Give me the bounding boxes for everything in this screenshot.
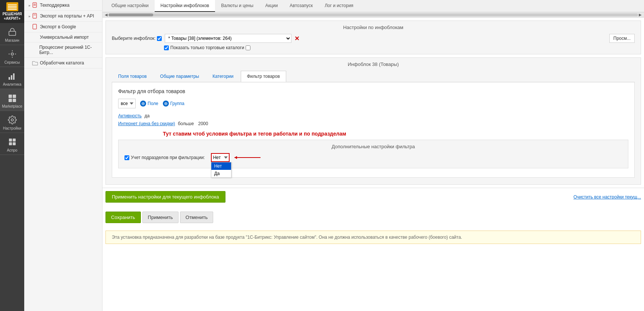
sidebar-logo[interactable]: РЕШЕНИЯ «АКРИТ» (0, 0, 24, 23)
tab-log[interactable]: Лог и история (319, 0, 359, 12)
nav-item-catalog-handler[interactable]: ▸ Обработчик каталога (24, 58, 102, 69)
svg-rect-12 (9, 142, 12, 145)
condition-field-1[interactable]: Интернет (цена без скидки) (118, 121, 175, 126)
sidebar-item-aspro[interactable]: Аспро (0, 133, 24, 155)
nav-label-export-portals: Экспорт на порталы + API (40, 13, 94, 19)
sub-tab-general-params[interactable]: Общие параметры (154, 71, 206, 82)
doc-icon-techsupport (32, 2, 38, 8)
tab-actions[interactable]: Акции (259, 0, 284, 12)
infoblock-dropdown[interactable]: * Товары [38] (элементов: 264) (165, 34, 291, 43)
svg-point-9 (11, 119, 13, 121)
tab-autolaunch[interactable]: Автозапуск (284, 0, 319, 12)
sidebar-item-servisy[interactable]: Сервисы (0, 45, 24, 67)
tab-infoblock-settings[interactable]: Настройки инфоблоков (155, 0, 215, 12)
svg-rect-11 (13, 139, 16, 142)
settings-by-infoblocks-title: Настройки по инфоблокам (112, 25, 635, 30)
infoblock-section: Инфоблок 38 (Товары) Поля товаров Общие … (105, 57, 641, 185)
scroll-right-arrow[interactable]: ▶ (638, 13, 643, 17)
notice-bar: Эта установка предназначена для разработ… (105, 231, 641, 244)
save-button[interactable]: Сохранить (105, 212, 141, 223)
filter-condition-0: Активность да (118, 113, 628, 118)
prosm-button[interactable]: Просм... (609, 34, 635, 43)
svg-rect-3 (11, 75, 12, 80)
sidebar-item-analitika[interactable]: Аналитика (0, 67, 24, 89)
apply-button[interactable]: Применить (142, 212, 179, 223)
sidebar-label-magazine: Магазин (5, 38, 19, 42)
red-arrow-container: Нет Нет Да (211, 153, 262, 162)
svg-point-1 (11, 53, 13, 55)
add-group-button[interactable]: ⊕ Группа (163, 101, 184, 107)
svg-marker-21 (234, 156, 237, 159)
infoblock-section-title: Инфоблок 38 (Товары) (112, 61, 635, 67)
settings-icon (7, 115, 18, 125)
logo-icon (6, 2, 18, 11)
doc-icon-export-google (32, 24, 38, 30)
nav-label-universal-import: Универсальный импорт (40, 35, 89, 40)
sidebar-label-servisy: Сервисы (4, 60, 20, 64)
horizontal-scrollbar[interactable]: ◀ ▶ (102, 12, 644, 18)
red-arrow-indicator (233, 154, 262, 161)
svg-rect-10 (9, 139, 12, 142)
nav-item-universal-import[interactable]: ▸ Универсальный импорт (24, 32, 102, 42)
show-trade-catalogs-row: Показать только торговые каталоги (164, 45, 299, 50)
svg-rect-6 (13, 95, 16, 98)
sidebar-item-magazine[interactable]: Магазин (0, 23, 24, 45)
sub-tab-categories[interactable]: Категории (206, 71, 240, 82)
tab-currencies[interactable]: Валюты и цены (215, 0, 259, 12)
scroll-left-arrow[interactable]: ◀ (104, 13, 108, 17)
subdivision-row: Учет подразделов при фильтрации: Нет Нет… (124, 153, 622, 162)
add-field-button[interactable]: ⊕ Поле (140, 101, 158, 107)
show-trade-catalogs-help[interactable] (246, 45, 250, 50)
condition-field-0[interactable]: Активность (118, 113, 142, 118)
folder-icon-catalog (32, 60, 38, 66)
sidebar-label-marketplace: Marketplace (2, 104, 22, 108)
cancel-button[interactable]: Отменить (180, 212, 213, 223)
sub-tabs: Поля товаров Общие параметры Категории Ф… (112, 71, 635, 82)
dropdown-option-net[interactable]: Нет (211, 162, 231, 170)
infoblock-help-checkbox[interactable] (157, 36, 162, 41)
filter-condition-1: Интернет (цена без скидки) больше 2000 (118, 121, 628, 126)
nav-label-export-google: Экспорт в Google (40, 24, 76, 29)
svg-rect-8 (13, 99, 16, 102)
logo-line1: РЕШЕНИЯ (3, 12, 22, 16)
svg-rect-13 (13, 142, 16, 145)
delete-infoblock-icon[interactable]: ✕ (294, 35, 299, 42)
show-trade-catalogs-label: Показать только торговые каталоги (170, 45, 244, 50)
infoblock-select-row: Выберите инфоблок: * Товары [38] (элемен… (112, 34, 299, 43)
svg-rect-19 (33, 24, 37, 29)
nav-item-export-google[interactable]: ▸ Экспорт в Google (24, 22, 102, 32)
shop-icon (7, 27, 18, 37)
sub-tab-filter[interactable]: Фильтр товаров (241, 71, 286, 82)
condition-value-1: 2000 (198, 121, 208, 126)
svg-rect-2 (9, 77, 10, 80)
apply-infoblock-button[interactable]: Применить настройки для текущего инфобло… (105, 191, 225, 203)
dropdown-option-da[interactable]: Да (211, 170, 231, 177)
nav-arrow-techsupport: ▸ (29, 3, 31, 7)
logo-line2: «АКРИТ» (4, 16, 20, 20)
annotation-text: Тут ставим чтоб условия фильтра и тегов … (163, 131, 628, 137)
additional-filter-settings: Дополнительные настройки фильтра Учет по… (118, 140, 628, 168)
nav-panel: ▸ Техподдержка ▸ Экспорт на порталы + AP… (24, 0, 102, 311)
marketplace-icon (7, 93, 18, 103)
filter-all-select[interactable]: все (118, 99, 136, 108)
sub-tab-product-fields[interactable]: Поля товаров (112, 71, 153, 82)
nav-item-processing[interactable]: ▸ Процессинг решений 1С-Битр... (24, 42, 102, 58)
sidebar-item-nastroyki[interactable]: Настройки (0, 111, 24, 133)
sidebar-item-marketplace[interactable]: Marketplace (0, 89, 24, 111)
content-area: Настройки по инфоблокам Выберите инфобло… (102, 18, 644, 311)
clear-settings-button[interactable]: Очистить все настройки текущ... (574, 194, 641, 200)
nav-label-techsupport: Техподдержка (40, 3, 70, 8)
svg-rect-17 (33, 13, 37, 18)
sidebar: РЕШЕНИЯ «АКРИТ» Магазин Сервисы Аналитик… (0, 0, 24, 311)
filter-title: Фильтр для отбора товаров (118, 88, 628, 94)
nav-item-techsupport[interactable]: ▸ Техподдержка (24, 0, 102, 11)
nav-item-export-portals[interactable]: ▸ Экспорт на порталы + API (24, 11, 102, 22)
subdivision-checkbox[interactable] (124, 155, 129, 160)
tab-general-settings[interactable]: Общие настройки (105, 0, 155, 12)
subdivision-select[interactable]: Нет (211, 153, 230, 162)
sidebar-label-aspro: Аспро (7, 148, 17, 152)
notice-text: Эта установка предназначена для разработ… (112, 235, 462, 240)
services-icon (7, 49, 18, 59)
additional-filter-title: Дополнительные настройки фильтра (124, 144, 622, 149)
show-trade-catalogs-checkbox[interactable] (164, 45, 169, 50)
